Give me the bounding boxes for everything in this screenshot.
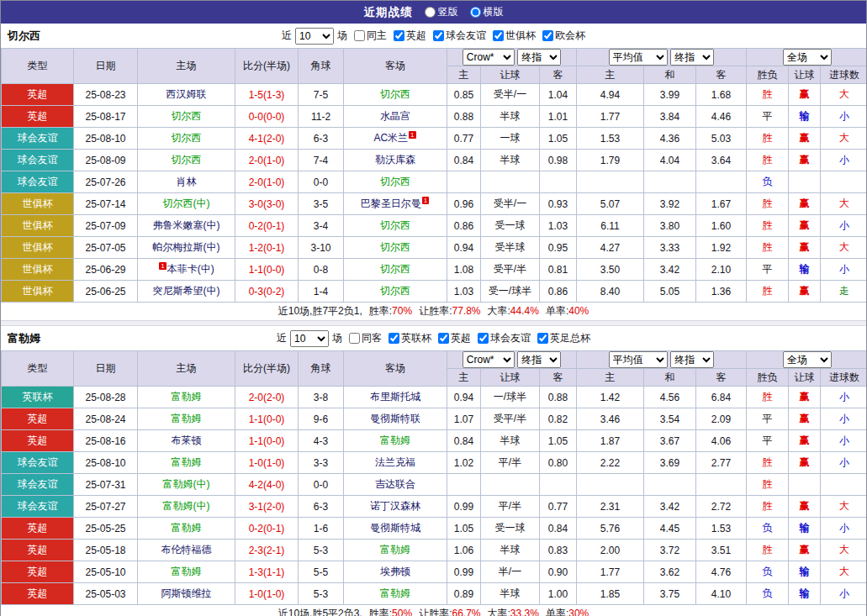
match-score[interactable]: 2-0(1-0) xyxy=(235,171,299,193)
away-team[interactable]: 巴黎圣日尔曼1 xyxy=(344,193,447,215)
match-score[interactable]: 0-0(0-0) xyxy=(235,106,299,128)
team-link[interactable]: 富勒姆 xyxy=(380,544,410,555)
layout-radio-horizontal-input[interactable] xyxy=(470,7,481,18)
league-checkbox[interactable]: 英超 xyxy=(390,29,426,43)
team-link[interactable]: 富勒姆 xyxy=(172,391,202,403)
team-link[interactable]: 诺丁汉森林 xyxy=(370,500,420,512)
league-checkbox[interactable]: 英足总杯 xyxy=(534,331,590,345)
team-link[interactable]: 阿斯顿维拉 xyxy=(161,587,212,599)
layout-radio-horizontal[interactable]: 横版 xyxy=(470,5,504,19)
home-team[interactable]: 弗鲁米嫩塞(中) xyxy=(138,215,235,237)
team-link[interactable]: 富勒姆(中) xyxy=(163,478,210,490)
team-link[interactable]: 富勒姆 xyxy=(172,566,202,577)
team-link[interactable]: 切尔西 xyxy=(172,132,202,144)
away-team[interactable]: 切尔西 xyxy=(344,84,447,106)
away-team[interactable]: 切尔西 xyxy=(344,281,447,303)
league-checkbox[interactable]: 英联杯 xyxy=(385,331,431,345)
match-score[interactable]: 1-2(0-1) xyxy=(235,237,299,259)
away-team[interactable]: 埃弗顿 xyxy=(344,561,447,583)
odds-final-select[interactable]: 终指 xyxy=(517,351,561,368)
league-checkbox[interactable]: 球会友谊 xyxy=(474,331,531,345)
home-team[interactable]: 肖林 xyxy=(138,171,235,193)
away-team[interactable]: 曼彻斯特联 xyxy=(344,408,447,430)
match-score[interactable]: 1-0(1-0) xyxy=(235,452,299,474)
league-checkbox[interactable]: 世俱杯 xyxy=(489,29,536,43)
team-link[interactable]: 富勒姆 xyxy=(172,456,202,468)
match-score[interactable]: 4-1(2-0) xyxy=(235,128,299,150)
league-checkbox-input[interactable] xyxy=(478,333,489,344)
recent-count-select[interactable]: 10 xyxy=(295,28,334,45)
match-score[interactable]: 1-1(0-0) xyxy=(235,430,299,452)
home-team[interactable]: 切尔西 xyxy=(138,106,235,128)
home-team[interactable]: 突尼斯希望(中) xyxy=(138,281,235,303)
home-team[interactable]: 富勒姆(中) xyxy=(138,496,235,518)
match-score[interactable]: 3-1(2-0) xyxy=(235,496,299,518)
team-link[interactable]: 切尔西 xyxy=(380,285,410,297)
home-team[interactable]: 富勒姆(中) xyxy=(138,474,235,496)
away-team[interactable]: 法兰克福 xyxy=(344,452,447,474)
away-team[interactable]: 富勒姆 xyxy=(344,430,447,452)
home-team[interactable]: 富勒姆 xyxy=(138,387,235,408)
team-link[interactable]: 本菲卡(中) xyxy=(167,263,214,275)
match-score[interactable]: 2-3(2-1) xyxy=(235,540,299,561)
match-score[interactable]: 0-2(0-1) xyxy=(235,215,299,237)
team-link[interactable]: 水晶宫 xyxy=(380,110,410,122)
match-score[interactable]: 3-0(3-0) xyxy=(235,193,299,215)
home-team[interactable]: 布伦特福德 xyxy=(138,540,235,561)
home-team[interactable]: 帕尔梅拉斯(中) xyxy=(138,237,235,259)
team-link[interactable]: 富勒姆 xyxy=(380,434,410,446)
away-team[interactable]: 诺丁汉森林 xyxy=(344,496,447,518)
team-link[interactable]: 肖林 xyxy=(177,176,197,187)
same-away-checkbox[interactable]: 同客 xyxy=(346,331,382,345)
team-link[interactable]: 法兰克福 xyxy=(375,456,415,468)
team-link[interactable]: 布莱顿 xyxy=(172,434,202,446)
layout-radio-vertical[interactable]: 竖版 xyxy=(425,5,458,19)
recent-count-select[interactable]: 10 xyxy=(290,330,329,347)
scope-select[interactable]: 全场 xyxy=(783,49,832,66)
odds-source-select[interactable]: Crow* xyxy=(463,351,515,368)
home-team[interactable]: 切尔西 xyxy=(138,128,235,150)
layout-radio-vertical-input[interactable] xyxy=(425,7,436,18)
same-home-checkbox[interactable]: 同主 xyxy=(351,29,387,43)
away-team[interactable]: 勒沃库森 xyxy=(344,150,447,171)
home-team[interactable]: 富勒姆 xyxy=(138,561,235,583)
home-team[interactable]: 西汉姆联 xyxy=(138,84,235,106)
home-team[interactable]: 富勒姆 xyxy=(138,408,235,430)
home-team[interactable]: 阿斯顿维拉 xyxy=(138,583,235,605)
team-link[interactable]: 西汉姆联 xyxy=(167,88,207,100)
team-link[interactable]: 富勒姆 xyxy=(172,413,202,424)
away-team[interactable]: 切尔西 xyxy=(344,259,447,281)
match-score[interactable]: 1-0(1-0) xyxy=(235,583,299,605)
away-team[interactable]: 布里斯托城 xyxy=(344,387,447,408)
team-link[interactable]: 切尔西 xyxy=(172,110,202,122)
match-score[interactable]: 4-2(4-0) xyxy=(235,474,299,496)
league-checkbox-input[interactable] xyxy=(394,30,404,41)
team-link[interactable]: 布伦特福德 xyxy=(161,544,212,555)
league-checkbox-input[interactable] xyxy=(389,333,399,344)
league-checkbox[interactable]: 英超 xyxy=(435,331,471,345)
avg-select[interactable]: 平均值 xyxy=(609,49,668,66)
team-link[interactable]: 突尼斯希望(中) xyxy=(153,285,220,297)
team-link[interactable]: 埃弗顿 xyxy=(380,566,410,577)
team-link[interactable]: 切尔西 xyxy=(380,263,410,275)
away-team[interactable]: 切尔西 xyxy=(344,237,447,259)
team-link[interactable]: 吉达联合 xyxy=(375,478,415,490)
home-team[interactable]: 切尔西 xyxy=(138,150,235,171)
team-link[interactable]: 富勒姆 xyxy=(172,522,202,534)
league-checkbox[interactable]: 球会友谊 xyxy=(430,29,486,43)
home-team[interactable]: 切尔西(中) xyxy=(138,193,235,215)
team-link[interactable]: 富勒姆 xyxy=(380,587,410,599)
league-checkbox-input[interactable] xyxy=(537,333,548,344)
team-link[interactable]: 切尔西 xyxy=(172,154,202,166)
match-score[interactable]: 2-0(2-0) xyxy=(235,387,299,408)
team-link[interactable]: 切尔西 xyxy=(380,241,410,253)
avg-final-select[interactable]: 终指 xyxy=(670,351,714,368)
team-link[interactable]: 弗鲁米嫩塞(中) xyxy=(153,219,220,231)
match-score[interactable]: 1-1(0-0) xyxy=(235,408,299,430)
match-score[interactable]: 1-1(0-0) xyxy=(235,259,299,281)
match-score[interactable]: 0-3(0-2) xyxy=(235,281,299,303)
same-home-checkbox-input[interactable] xyxy=(354,30,365,41)
scope-select[interactable]: 全场 xyxy=(783,351,832,368)
team-link[interactable]: 帕尔梅拉斯(中) xyxy=(153,241,220,253)
home-team[interactable]: 富勒姆 xyxy=(138,518,235,540)
